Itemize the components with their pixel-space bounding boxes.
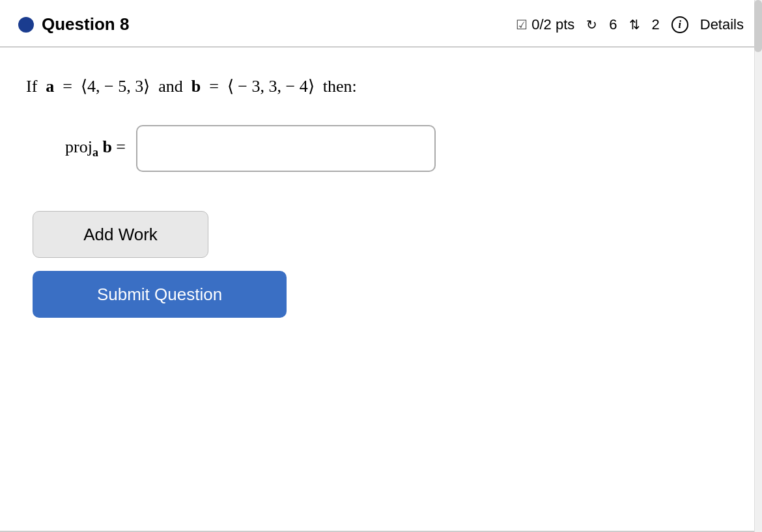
question-indicator: Question 8 bbox=[18, 14, 129, 35]
check-icon: ☑ bbox=[516, 17, 528, 33]
question-label: Question 8 bbox=[42, 14, 129, 35]
question-header: Question 8 ☑ 0/2 pts ↻ 6 ⇅ 2 i Details bbox=[0, 0, 762, 48]
question-dot-icon bbox=[18, 17, 34, 33]
conjunction: and bbox=[158, 77, 183, 96]
refresh-icon[interactable]: ⇅ bbox=[629, 17, 640, 33]
vector-a-val: ⟨4, − 5, 3⟩ bbox=[81, 77, 150, 96]
vector-b-label: b bbox=[191, 77, 201, 96]
vector-a-label: a bbox=[46, 77, 54, 96]
proj-subscript: a bbox=[92, 146, 98, 159]
submit-question-button[interactable]: Submit Question bbox=[33, 271, 287, 318]
question-body: If a = ⟨4, − 5, 3⟩ and b = ⟨ − 3, 3, − 4… bbox=[0, 48, 762, 337]
vector-b-eq: = bbox=[209, 77, 219, 96]
info-icon[interactable]: i bbox=[671, 16, 688, 33]
question-prefix: If bbox=[26, 77, 37, 96]
formula-b: b bbox=[102, 137, 111, 156]
scrollbar-thumb[interactable] bbox=[754, 0, 762, 52]
add-work-button[interactable]: Add Work bbox=[33, 211, 208, 258]
undo-icon[interactable]: ↻ bbox=[586, 17, 597, 33]
formula-label: proja b = bbox=[65, 137, 126, 160]
pts-text: 0/2 pts bbox=[531, 16, 574, 33]
pts-badge: ☑ 0/2 pts bbox=[516, 16, 574, 33]
undo-count: 6 bbox=[609, 16, 617, 33]
details-link[interactable]: Details bbox=[700, 16, 744, 33]
button-row: Add Work Submit Question bbox=[26, 211, 736, 318]
page-container: Question 8 ☑ 0/2 pts ↻ 6 ⇅ 2 i Details I… bbox=[0, 0, 762, 532]
question-suffix: then: bbox=[323, 77, 357, 96]
scrollbar-track[interactable] bbox=[754, 0, 762, 532]
header-meta: ☑ 0/2 pts ↻ 6 ⇅ 2 i Details bbox=[516, 16, 744, 33]
formula-equals: = bbox=[116, 137, 126, 156]
refresh-count: 2 bbox=[652, 16, 660, 33]
formula-row: proja b = bbox=[65, 125, 736, 172]
question-text: If a = ⟨4, − 5, 3⟩ and b = ⟨ − 3, 3, − 4… bbox=[26, 74, 736, 99]
answer-input[interactable] bbox=[136, 125, 436, 172]
vector-a-eq: = bbox=[63, 77, 72, 96]
vector-b-val: ⟨ − 3, 3, − 4⟩ bbox=[227, 77, 315, 96]
